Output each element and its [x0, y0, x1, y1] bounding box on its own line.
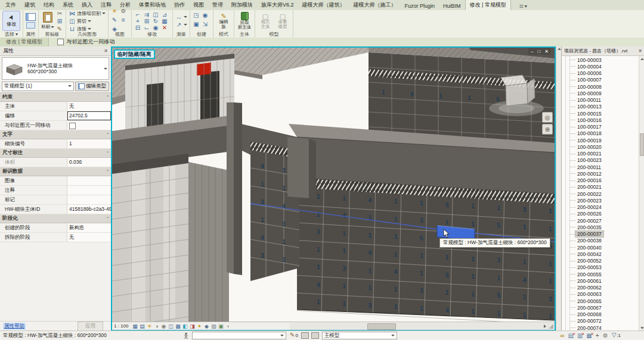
workset-icon[interactable] — [301, 332, 309, 339]
join-end-cut-row[interactable]: ⋈连接端切割 — [69, 10, 106, 17]
ribbon-tab-10[interactable]: 视图 — [189, 0, 208, 10]
ribbon-tab-5[interactable]: 插入 — [78, 0, 97, 10]
split-icon[interactable]: ⊟ — [134, 24, 141, 31]
browser-item[interactable]: 200-00024 — [562, 204, 639, 211]
property-row[interactable]: 拆除的阶段无 — [0, 233, 111, 242]
property-value[interactable] — [67, 121, 111, 130]
filter-icon[interactable]: ▽:1 — [612, 332, 621, 339]
view-gear-icon[interactable]: ⚙ — [120, 8, 127, 17]
property-row[interactable]: 图像 — [0, 176, 111, 186]
edit-type-button[interactable]: 编辑类型 — [75, 82, 109, 91]
ribbon-tab-3[interactable]: 结构 — [39, 0, 58, 10]
property-value[interactable]: 无 — [67, 102, 111, 111]
crop-view-icon[interactable]: ◫ — [167, 323, 174, 330]
property-row[interactable]: 偏移24702.5 — [0, 111, 111, 121]
properties-button[interactable] — [26, 13, 36, 29]
browser-item[interactable]: 200-00040 — [562, 244, 639, 251]
ribbon-tab-12[interactable]: 附加模块 — [227, 0, 257, 10]
browser-item[interactable]: 100-00008 — [562, 83, 639, 90]
browser-item[interactable]: 100-00020 — [562, 144, 639, 150]
browser-item[interactable]: 200-00012 — [562, 170, 639, 177]
cut-icon[interactable]: ✂ — [56, 10, 63, 17]
copy-icon[interactable]: ⊞ — [56, 18, 63, 24]
panel-label-select[interactable]: 选择 ▾ — [0, 31, 23, 38]
sun-path-icon[interactable]: ☀ — [145, 323, 153, 330]
mirror-icon[interactable]: ◫ — [152, 11, 159, 18]
paste-button[interactable]: 粘贴 — [41, 12, 54, 30]
browser-item[interactable]: 200-00065 — [562, 298, 639, 304]
rotate-icon[interactable]: ↻ — [152, 18, 159, 24]
browser-item[interactable]: 100-00017 — [562, 124, 639, 130]
constraints-icon[interactable]: ◆ — [203, 323, 210, 330]
show-crop-icon[interactable]: ▦ — [131, 323, 138, 330]
cut-geometry-row[interactable]: ◫剪切 — [69, 18, 91, 24]
instance-selector-dropdown[interactable]: 常规模型 (1) — [2, 82, 74, 91]
move-with-nearby-checkbox[interactable] — [57, 39, 64, 45]
scroll-up-icon[interactable] — [640, 58, 644, 60]
create-icon-1[interactable]: ◳ — [193, 12, 200, 21]
browser-item[interactable]: 100-00009 — [562, 90, 639, 96]
extend-icon[interactable]: ⊿ — [161, 11, 168, 18]
crop-region-icon[interactable]: ▩ — [174, 323, 181, 330]
browser-item[interactable]: 200-00068 — [562, 311, 639, 318]
browser-item[interactable]: 200-00022 — [562, 191, 639, 197]
property-value[interactable] — [67, 186, 111, 195]
property-row[interactable]: 注释 — [0, 186, 111, 195]
browser-item[interactable]: 200-00016 — [562, 177, 639, 184]
select-links-icon[interactable]: ▤✕ — [568, 332, 573, 339]
pick-new-host-button[interactable]: 拾取 新主体 — [237, 12, 252, 30]
tab-overflow-icon[interactable]: ⊡ ▾ — [517, 2, 530, 10]
scroll-right-icon[interactable] — [544, 325, 546, 328]
steering-wheel-icon[interactable]: ◎ — [542, 112, 553, 123]
ribbon-tab-8[interactable]: 体量和场地 — [135, 0, 170, 10]
property-edit-field[interactable]: 24702.5 — [67, 111, 111, 120]
property-section-header[interactable]: 约束ˆ — [0, 93, 111, 102]
properties-help-link[interactable]: 属性帮助 — [3, 323, 26, 330]
browser-item[interactable]: 100-00003 — [562, 57, 639, 63]
view-minimize-icon[interactable]: – — [531, 49, 533, 54]
browser-item[interactable]: 200-00053 — [562, 264, 639, 271]
browser-item[interactable]: 200-00035 — [562, 224, 639, 230]
scrollbar-thumb[interactable] — [367, 323, 396, 330]
view-scale[interactable]: 1 : 100 — [114, 323, 128, 329]
browser-item[interactable]: 200-00052 — [562, 258, 639, 264]
browser-item[interactable]: 200-00055 — [562, 271, 639, 277]
create-icon-2[interactable]: ◉ — [202, 12, 209, 21]
temporary-hide-isolate-badge[interactable]: 临时隐藏/隔离 — [114, 49, 155, 59]
lightbulb-icon[interactable]: ☀ — [111, 8, 118, 17]
horizontal-scrollbar[interactable] — [290, 322, 555, 330]
ribbon-tab-13[interactable]: 族库大师V6.2 — [257, 0, 298, 10]
design-option-icon[interactable] — [311, 332, 319, 339]
offset-icon[interactable]: ⇉ — [143, 11, 150, 18]
browser-item[interactable]: 100-00004 — [562, 63, 639, 70]
select-underlay-icon[interactable]: ▥✕ — [577, 332, 583, 339]
ribbon-tab-17[interactable]: HuiBIM — [439, 2, 465, 10]
property-value[interactable]: 4158189b-c2a3-49c9-b... — [67, 205, 111, 214]
shadows-icon[interactable]: ◑ — [153, 323, 160, 330]
property-section-header[interactable]: 标识数据ˆ — [0, 167, 111, 176]
property-checkbox[interactable] — [69, 123, 76, 129]
create-icon-3[interactable]: ▣ — [193, 21, 200, 30]
create-icon-4[interactable]: ⇲ — [202, 21, 209, 30]
ribbon-tab-14[interactable]: 建模大师（建筑） — [298, 0, 349, 10]
reveal-hidden-icon[interactable]: ◨ — [188, 323, 196, 330]
property-row[interactable]: 砌块编号1 — [0, 139, 111, 149]
property-value[interactable] — [67, 176, 111, 185]
browser-item[interactable]: 100-00019 — [562, 137, 639, 144]
pin-icon[interactable]: ◉ — [152, 24, 159, 31]
property-row[interactable]: 标记 — [0, 195, 111, 205]
worksharing-display-icon[interactable]: ∞ — [560, 332, 564, 339]
type-selector[interactable]: HW-加气混凝土砌块 600*200*300 — [2, 57, 109, 80]
browser-item[interactable]: 200-00037 — [562, 231, 639, 238]
property-row[interactable]: 与邻近图元一同移动 — [0, 121, 111, 130]
browser-scrollbar[interactable] — [639, 56, 644, 331]
browser-item[interactable]: 200-00061 — [562, 277, 639, 284]
lock-3d-icon[interactable]: ✦ — [196, 323, 203, 330]
property-row[interactable]: 主体无 — [0, 102, 111, 111]
view-list-icon[interactable]: ≡ — [120, 17, 127, 26]
browser-item[interactable]: 100-00011 — [562, 97, 639, 104]
collapse-icon[interactable]: ‹ — [224, 323, 231, 330]
aligned-dimension-icon-row[interactable]: ↗ — [175, 21, 187, 28]
worksharing-display-icon[interactable]: ▧ — [210, 323, 217, 330]
hide-isolate-icon[interactable]: ◧ — [181, 323, 188, 330]
